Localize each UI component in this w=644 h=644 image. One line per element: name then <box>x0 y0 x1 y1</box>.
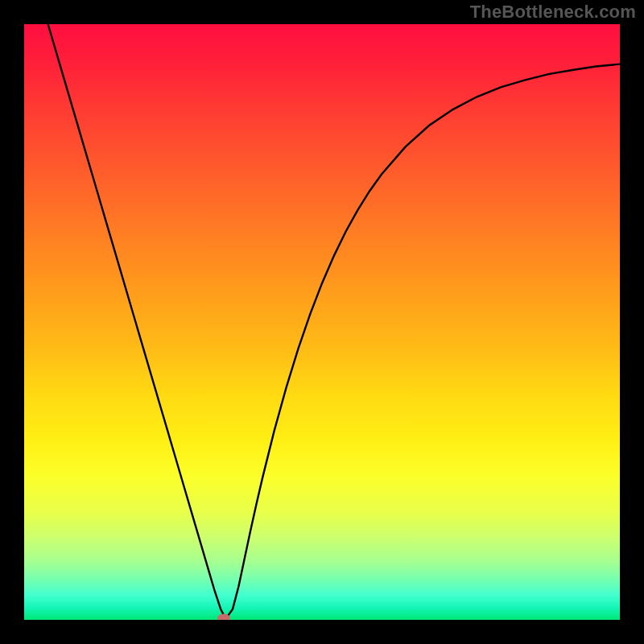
bottleneck-curve <box>48 24 620 617</box>
chart-frame: TheBottleneck.com <box>0 0 644 644</box>
plot-area <box>24 24 620 620</box>
curve-svg <box>24 24 620 620</box>
watermark-text: TheBottleneck.com <box>470 2 636 23</box>
minimum-marker <box>217 613 230 620</box>
